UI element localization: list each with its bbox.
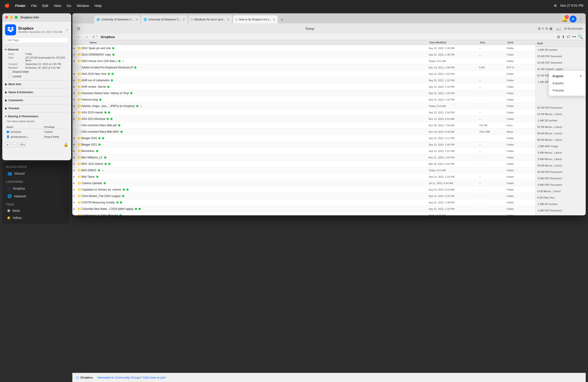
preview-header[interactable]: ▶ Preview: [5, 106, 68, 111]
grid-icon[interactable]: ⊞ [557, 35, 560, 39]
finder-menu-item[interactable]: Finder [15, 4, 26, 8]
comments-header[interactable]: ▶ Comments: [5, 98, 68, 103]
info-options-button[interactable]: -- [66, 28, 68, 32]
help-menu-item[interactable]: Help [95, 4, 102, 8]
table-row[interactable]: ▶ 📁 Columbia New Mater...f 2019 (didn't … [72, 206, 535, 212]
share-icon[interactable]: ⬆ [562, 35, 565, 39]
sidebar-item-shared[interactable]: 👥 Shared [4, 170, 67, 177]
table-row[interactable]: ▶ 📁 2014 CEREMONY copy Sep 22, 2022, 1:3… [72, 51, 535, 58]
add-perm-button[interactable]: + [5, 142, 10, 147]
general-section-header[interactable]: ▾ General: [5, 47, 68, 52]
remove-perm-button[interactable]: − [12, 142, 17, 147]
table-row[interactable]: ▶ 📁 BHC-EMOC ☁ Today, 8:21 AM -- Folder [72, 167, 535, 174]
community-link[interactable]: Click here to join! [143, 376, 166, 379]
apple-menu-icon[interactable]: 🍎 [5, 3, 10, 8]
tab-macbook[interactable]: ⬡ MacBook Air won't sync... ✕ [188, 15, 232, 23]
tab-close-2[interactable]: ✕ [182, 18, 185, 21]
expand-arrow[interactable]: ▶ [73, 182, 77, 184]
sidebar-item-work[interactable]: Work [4, 207, 67, 214]
list-sort-icon[interactable]: ≡ ⌃ [93, 35, 98, 39]
browser-menu-icon[interactable]: ⋮ [578, 16, 583, 22]
tab-udel-2[interactable]: 🌐 University of Delaware C... ✕ [141, 15, 188, 23]
expand-arrow[interactable]: ▶ [73, 143, 77, 146]
bookmark-icon[interactable]: 📖 [556, 26, 561, 31]
tab-close-1[interactable]: ✕ [135, 18, 138, 21]
expand-arrow[interactable]: ▶ [73, 85, 77, 88]
other-language-option[interactable]: Español [549, 80, 586, 87]
table-row[interactable]: ▶ 📁 Camera Uploads Jul 11, 2023, 9:04 AM… [72, 180, 535, 186]
tags-input[interactable] [5, 37, 68, 43]
expand-arrow[interactable]: ▶ [73, 156, 77, 159]
other-language-option-2[interactable]: Français [549, 87, 586, 94]
expand-arrow[interactable]: ▶ [73, 98, 77, 101]
user-avatar[interactable]: D [570, 16, 577, 22]
edit-menu-item[interactable]: Edit [42, 4, 48, 8]
table-row[interactable]: 📄 ASA comment Mara Mills.pkf Nov 28, 201… [72, 122, 535, 129]
back-button[interactable]: ‹ [75, 34, 82, 40]
perm-action-dropdown[interactable]: ⚙ ▾ [19, 142, 26, 147]
tag-icon[interactable]: 🏷 [567, 35, 570, 39]
sidebar-toggle-icon[interactable]: ⊟ [75, 25, 82, 32]
expand-arrow[interactable]: ▶ [73, 175, 77, 178]
expand-arrow[interactable]: ▶ [73, 53, 77, 56]
notifications-button[interactable]: 🔔 3 [562, 16, 568, 22]
table-row[interactable]: ▶ 📁 2012 Spain pix and vids Sep 22, 2022… [72, 45, 535, 51]
col-size-header[interactable]: Size [480, 41, 508, 44]
expand-arrow[interactable]: ▶ [73, 118, 77, 120]
table-row[interactable]: ▶ 📁 Chris Marker_The Owl's Legacy Sep 22… [72, 193, 535, 199]
expand-arrow[interactable]: ▶ [73, 111, 77, 114]
more-info-header[interactable]: ▶ More Info: [5, 82, 68, 87]
expand-arrow[interactable]: ▶ [73, 214, 77, 215]
control-center-icon[interactable]: ⊞ [554, 4, 557, 7]
tab-close-4[interactable]: ✕ [273, 18, 275, 21]
table-row[interactable]: ▶ 📁 AHA 2020 New York Sep 22, 2022, 1:53… [72, 71, 535, 77]
table-row[interactable]: ▶ 📁 CHSTM Measuring Aurality Sep 22, 202… [72, 199, 535, 206]
lock-icon[interactable]: 🔒 [63, 142, 68, 147]
table-row[interactable]: ▶ 📁 2022 House reno (235 Bain.) ☁ Today,… [72, 58, 535, 64]
list-view-icon[interactable]: ≡ [542, 27, 544, 30]
expand-arrow[interactable]: ▶ [73, 169, 77, 171]
expand-arrow[interactable]: ▶ [73, 105, 77, 107]
expand-arrow[interactable]: ▶ [73, 92, 77, 94]
new-tab-button[interactable]: + [278, 16, 286, 23]
go-menu-item[interactable]: Go [67, 4, 71, 8]
window-menu-item[interactable]: Window [77, 4, 89, 8]
table-row[interactable]: ▶ 📁 American History Now- History of Vin… [72, 90, 535, 96]
gallery-view-icon[interactable]: ▦ [549, 27, 552, 30]
table-row[interactable]: ▶ 📁 ASA 2023 Montreal Nov 13, 2023, 6:53… [72, 116, 535, 122]
table-row[interactable]: 📄 Adobe Acrobat Pro Keyboard Shortcuts.r… [72, 64, 535, 71]
expand-arrow[interactable]: ▶ [73, 207, 77, 210]
search-icon[interactable]: 🔍 [578, 34, 583, 39]
file-menu-item[interactable]: File [31, 4, 37, 8]
col-kind-header[interactable]: Kind [508, 41, 535, 44]
sharing-permissions-header[interactable]: ▾ Sharing & Permissions: [5, 114, 68, 119]
tab-howto[interactable]: ⬡ How to fix Dropbox not s... ✕ [233, 15, 278, 23]
table-row[interactable]: ▶ 📁 Conferences & Talks (Recent) ☁ Today… [72, 212, 535, 215]
table-row[interactable]: ▶ 📁 ASA 2019 Hawaii Sep 22, 2022, 1:56 P… [72, 109, 535, 116]
table-row[interactable]: ▶ 📁 AHR review- Sterne Sep 22, 2022, 1:3… [72, 83, 535, 90]
table-row[interactable]: ▶ 📁 Articles, chaps., boo.... (PDFs) (in… [72, 103, 535, 109]
expand-arrow[interactable]: ▶ [73, 137, 77, 139]
english-option[interactable]: English ✓ [549, 73, 586, 80]
table-row[interactable]: ▶ 📁 Berkshires Sep 22, 2022, 1:51 PM -- … [72, 148, 535, 154]
expand-arrow[interactable]: ▶ [73, 79, 77, 81]
shared-folder-checkbox[interactable] [8, 70, 11, 73]
expand-arrow[interactable]: ▶ [73, 150, 77, 152]
more-icon[interactable]: ••• [572, 35, 576, 39]
sidebar-item-yellow[interactable]: Yellow [4, 214, 67, 221]
tab-udel-1[interactable]: 🌐 University of Delaware C... ✕ [94, 15, 141, 23]
expand-arrow[interactable]: ▶ [73, 73, 77, 75]
table-row[interactable]: ▶ 📁 Capitalism & Senses ed. volume Sep 2… [72, 186, 535, 193]
close-button[interactable] [5, 16, 8, 19]
grid-view-icon[interactable]: ⊞ [538, 27, 541, 30]
all-bookmarks-label[interactable]: All Bookmarks [564, 27, 583, 30]
table-row[interactable]: ▶ 📁 Antenna blog Sep 22, 2022, 1:32 PM -… [72, 96, 535, 103]
forward-button[interactable]: › [83, 34, 90, 40]
column-view-icon[interactable]: ⊟ [545, 27, 548, 30]
expand-arrow[interactable]: ▶ [73, 195, 77, 197]
col-name-header[interactable]: Name [81, 41, 430, 44]
table-row[interactable]: 📄 ASA comment Mara Mills.WAV Nov 18, 201… [72, 129, 535, 135]
table-row[interactable]: ▶ 📁 Beagle 2021 Sep 22, 2022, 2:49 PM --… [72, 141, 535, 148]
table-row[interactable]: ▶ 📁 AHR rev of Liebersohn Sep 22, 2022, … [72, 77, 535, 83]
table-row[interactable]: ▶ 📁 BHC 2023 Detroit Mar 25, 2023, 5:54 … [72, 161, 535, 167]
